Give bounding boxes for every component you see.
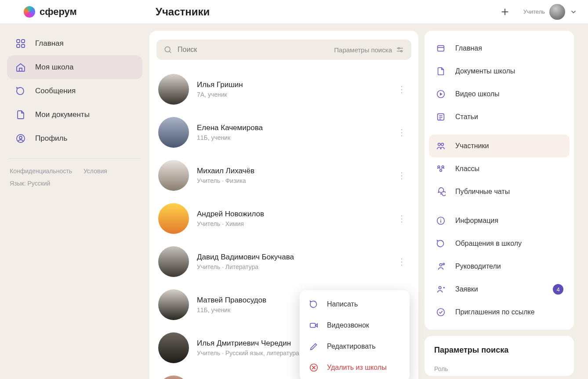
ctx-delete[interactable]: Удалить из школы — [300, 357, 410, 378]
info-icon — [435, 215, 446, 226]
rnav-video[interactable]: Видео школы — [429, 83, 570, 106]
rnav-label: Информация — [455, 217, 498, 225]
nav-home[interactable]: Главная — [7, 32, 142, 55]
right-nav-panel: Главная Документы школы Видео школы Стат… — [425, 31, 574, 330]
nav-label: Моя школа — [35, 63, 73, 72]
rnav-appeals[interactable]: Обращения в школу — [429, 232, 570, 255]
member-row[interactable]: Илья Гришин 7А, ученик ⋮ — [156, 68, 411, 111]
more-button[interactable]: ⋮ — [394, 80, 410, 98]
avatar — [549, 4, 565, 20]
member-row[interactable]: Михаил Лихачёв Учитель · Физика ⋮ — [156, 154, 411, 197]
svg-marker-22 — [440, 92, 443, 95]
video-icon — [309, 320, 319, 331]
logo-icon — [24, 6, 35, 18]
rnav-requests[interactable]: Заявки 4 — [429, 278, 570, 301]
more-button[interactable]: ⋮ — [394, 167, 410, 184]
search-input[interactable] — [178, 46, 329, 54]
nav-label: Профиль — [35, 134, 67, 143]
logo[interactable]: сферум — [24, 6, 156, 18]
member-name: Андрей Новожилов — [197, 210, 264, 219]
rnav-label: Участники — [455, 142, 489, 150]
logo-text: сферум — [40, 6, 77, 18]
member-sub: Учитель · Физика — [197, 177, 254, 184]
rnav-members[interactable]: Участники — [429, 135, 570, 157]
member-name: Илья Гришин — [197, 80, 243, 89]
user-menu[interactable]: Учитель — [523, 4, 577, 20]
search-bar[interactable]: Параметры поиска — [156, 40, 411, 60]
svg-point-8 — [165, 47, 170, 52]
link-icon — [435, 306, 446, 318]
ctx-write[interactable]: Написать — [300, 294, 410, 315]
nav-documents[interactable]: Мои документы — [7, 103, 142, 127]
add-button[interactable] — [499, 6, 511, 18]
rnav-classes[interactable]: Классы — [429, 157, 570, 180]
rnav-label: Публичные чаты — [455, 188, 510, 196]
rnav-docs[interactable]: Документы школы — [429, 60, 570, 83]
nav-label: Мои документы — [35, 110, 90, 119]
more-button[interactable]: ⋮ — [394, 124, 410, 141]
nav-my-school[interactable]: Моя школа — [7, 55, 142, 79]
edit-icon — [309, 341, 319, 352]
member-row[interactable]: Давид Вадимович Бокучава Учитель · Литер… — [156, 240, 411, 283]
rnav-home[interactable]: Главная — [429, 37, 570, 60]
rnav-leaders[interactable]: Руководители — [429, 255, 570, 278]
home-card-icon — [435, 43, 446, 54]
svg-point-34 — [440, 219, 441, 219]
svg-rect-3 — [22, 40, 25, 43]
member-row[interactable]: Андрей Новожилов Учитель · Химия ⋮ — [156, 197, 411, 240]
left-sidebar: Главная Моя школа Сообщения Мои документ… — [0, 24, 149, 379]
rnav-label: Документы школы — [455, 67, 515, 75]
rnav-label: Руководители — [455, 262, 501, 270]
message-icon — [435, 238, 446, 249]
sliders-icon — [396, 45, 404, 54]
nav-profile[interactable]: Профиль — [7, 127, 142, 150]
plus-icon — [500, 7, 510, 17]
member-name: Илья Дмитриевич Чередин — [197, 339, 299, 348]
svg-point-13 — [401, 51, 402, 52]
rnav-info[interactable]: Информация — [429, 209, 570, 232]
svg-line-9 — [170, 51, 171, 53]
right-sidebar: Главная Документы школы Видео школы Стат… — [425, 31, 574, 379]
delete-icon — [309, 362, 319, 373]
member-row[interactable]: Елена Качемирова 11Б, ученик ⋮ — [156, 111, 411, 154]
ctx-label: Удалить из школы — [327, 364, 387, 372]
svg-point-36 — [443, 263, 445, 265]
nav-messages[interactable]: Сообщения — [7, 79, 142, 103]
search-icon — [163, 45, 172, 54]
profile-icon — [15, 133, 26, 144]
svg-point-40 — [437, 309, 445, 316]
footer-links: Конфиденциальность Условия Язык: Русский — [7, 165, 142, 190]
member-name: Елена Качемирова — [197, 124, 263, 132]
avatar — [158, 160, 189, 191]
ctx-edit[interactable]: Редактировать — [300, 336, 410, 357]
rnav-invites[interactable]: Приглашения по ссылке — [429, 301, 570, 324]
language-link[interactable]: Язык: Русский — [10, 177, 50, 190]
page-title: Участники — [156, 6, 210, 18]
member-sub: 7А, ученик — [197, 91, 243, 98]
document-icon — [15, 109, 26, 120]
ctx-label: Написать — [327, 300, 358, 308]
rnav-label: Классы — [455, 165, 479, 173]
rnav-articles[interactable]: Статьи — [429, 106, 570, 128]
badge: 4 — [553, 284, 563, 295]
search-params-label: Параметры поиска — [334, 46, 392, 54]
terms-link[interactable]: Условия — [83, 165, 107, 177]
svg-rect-4 — [17, 44, 20, 47]
search-params-button[interactable]: Параметры поиска — [334, 45, 404, 54]
svg-rect-5 — [22, 44, 25, 47]
classes-icon — [435, 163, 446, 175]
user-role: Учитель — [523, 8, 545, 15]
privacy-link[interactable]: Конфиденциальность — [10, 165, 72, 177]
more-button[interactable]: ⋮ — [394, 210, 410, 227]
school-icon — [15, 62, 26, 73]
ctx-video[interactable]: Видеозвонок — [300, 315, 410, 336]
more-button[interactable]: ⋮ — [394, 253, 410, 270]
svg-point-31 — [440, 169, 442, 171]
member-sub: 11Б, ученик — [197, 134, 263, 141]
ctx-label: Редактировать — [327, 343, 376, 350]
svg-point-12 — [398, 47, 399, 49]
rnav-chats[interactable]: Публичные чаты — [429, 180, 570, 203]
avatar — [158, 117, 189, 148]
chats-icon — [435, 186, 446, 197]
avatar — [158, 203, 189, 234]
